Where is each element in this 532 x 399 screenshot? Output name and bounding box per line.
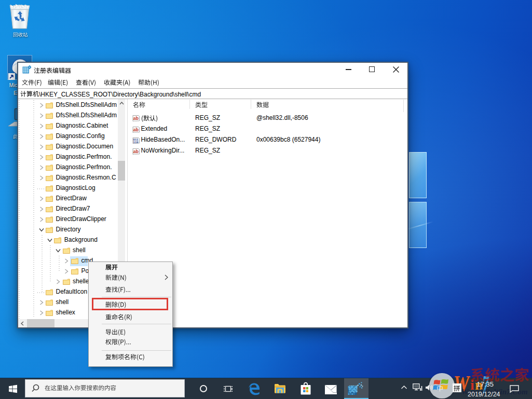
svg-text:110: 110 — [133, 140, 139, 144]
svg-text:ab: ab — [133, 116, 139, 121]
svg-text:ab: ab — [133, 148, 139, 154]
svg-text:ab: ab — [133, 127, 139, 132]
